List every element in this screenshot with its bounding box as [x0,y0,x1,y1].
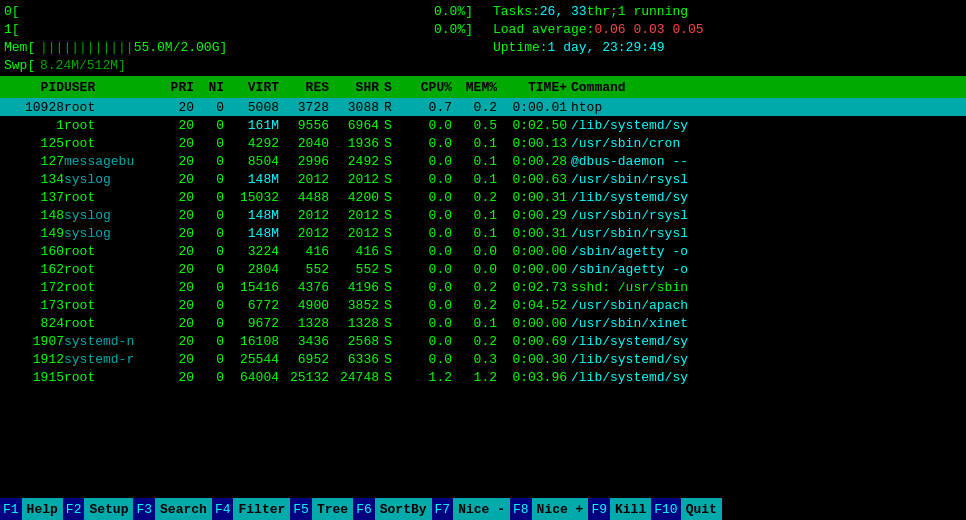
tasks-thr: thr; [587,4,618,19]
table-row[interactable]: 125 root 20 0 4292 2040 1936 S 0.0 0.1 0… [0,134,966,152]
proc-time: 0:04.52 [497,298,567,313]
footer: F1 Help F2 Setup F3 Search F4 Filter F5 … [0,498,966,520]
header-mem: MEM% [452,80,497,95]
table-row[interactable]: 10928 root 20 0 5008 3728 3088 R 0.7 0.2… [0,98,966,116]
proc-ni: 0 [194,100,224,115]
table-row[interactable]: 134 syslog 20 0 148M 2012 2012 S 0.0 0.1… [0,170,966,188]
table-row[interactable]: 137 root 20 0 15032 4488 4200 S 0.0 0.2 … [0,188,966,206]
fkey-label: SortBy [375,498,432,520]
swp-value: 8.24M/512M] [40,58,126,73]
proc-cpu: 1.2 [397,370,452,385]
proc-cmd: htop [567,100,962,115]
fkey-f1[interactable]: F1 Help [0,498,63,520]
proc-shr: 2012 [329,172,379,187]
proc-res: 416 [279,244,329,259]
table-row[interactable]: 149 syslog 20 0 148M 2012 2012 S 0.0 0.1… [0,224,966,242]
fkey-f3[interactable]: F3 Search [133,498,211,520]
fkey-f6[interactable]: F6 SortBy [353,498,431,520]
proc-user: syslog [64,172,154,187]
fkey-num: F8 [510,498,532,520]
proc-user: root [64,244,154,259]
proc-pri: 20 [154,208,194,223]
proc-shr: 4200 [329,190,379,205]
proc-shr: 2568 [329,334,379,349]
proc-virt: 25544 [224,352,279,367]
table-row[interactable]: 148 syslog 20 0 148M 2012 2012 S 0.0 0.1… [0,206,966,224]
proc-res: 552 [279,262,329,277]
table-row[interactable]: 1 root 20 0 161M 9556 6964 S 0.0 0.5 0:0… [0,116,966,134]
uptime-line: Uptime: 1 day, 23:29:49 [493,38,962,56]
stats-section: Tasks: 26, 33 thr; 1 running Load averag… [473,2,962,74]
proc-virt: 15032 [224,190,279,205]
table-row[interactable]: 173 root 20 0 6772 4900 3852 S 0.0 0.2 0… [0,296,966,314]
fkey-f4[interactable]: F4 Filter [212,498,290,520]
fkey-f8[interactable]: F8 Nice + [510,498,588,520]
fkey-label: Setup [84,498,133,520]
proc-time: 0:00.30 [497,352,567,367]
table-row[interactable]: 1915 root 20 0 64004 25132 24748 S 1.2 1… [0,368,966,386]
proc-time: 0:02.73 [497,280,567,295]
proc-ni: 0 [194,226,224,241]
proc-s: S [379,244,397,259]
header-ni: NI [194,80,224,95]
proc-virt: 6772 [224,298,279,313]
proc-shr: 4196 [329,280,379,295]
fkey-f9[interactable]: F9 Kill [588,498,651,520]
proc-cmd: @dbus-daemon -- [567,154,962,169]
proc-shr: 3088 [329,100,379,115]
cpu-mem-section: 0[ 0.0%] 1[ 0.0%] Mem[ |||||||||||| 55.0… [4,2,473,74]
proc-res: 2012 [279,226,329,241]
proc-s: S [379,370,397,385]
fkey-label: Nice - [453,498,510,520]
mem-bars: |||||||||||| [40,40,134,55]
proc-mem: 0.2 [452,298,497,313]
proc-time: 0:03.96 [497,370,567,385]
proc-pid: 125 [4,136,64,151]
proc-pid: 162 [4,262,64,277]
table-row[interactable]: 127 messagebu 20 0 8504 2996 2492 S 0.0 … [0,152,966,170]
proc-virt: 148M [224,208,279,223]
proc-s: S [379,208,397,223]
table-row[interactable]: 1907 systemd-n 20 0 16108 3436 2568 S 0.… [0,332,966,350]
proc-mem: 0.1 [452,172,497,187]
proc-cpu: 0.0 [397,298,452,313]
fkey-f2[interactable]: F2 Setup [63,498,134,520]
tasks-label: Tasks: [493,4,540,19]
proc-pri: 20 [154,154,194,169]
proc-ni: 0 [194,244,224,259]
table-row[interactable]: 172 root 20 0 15416 4376 4196 S 0.0 0.2 … [0,278,966,296]
proc-cmd: /lib/systemd/sy [567,334,962,349]
proc-cpu: 0.0 [397,154,452,169]
fkey-f5[interactable]: F5 Tree [290,498,353,520]
proc-pid: 148 [4,208,64,223]
proc-mem: 0.0 [452,262,497,277]
proc-mem: 0.2 [452,190,497,205]
proc-user: messagebu [64,154,154,169]
proc-time: 0:00.13 [497,136,567,151]
fkey-num: F3 [133,498,155,520]
header-pid: PID [4,80,64,95]
fkey-f10[interactable]: F10 Quit [651,498,722,520]
fkey-f7[interactable]: F7 Nice - [432,498,510,520]
proc-time: 0:00.69 [497,334,567,349]
table-row[interactable]: 1912 systemd-r 20 0 25544 6952 6336 S 0.… [0,350,966,368]
proc-shr: 6964 [329,118,379,133]
proc-res: 2996 [279,154,329,169]
proc-user: root [64,100,154,115]
swp-label: Swp[ [4,58,40,73]
proc-res: 2040 [279,136,329,151]
load-label: Load average: [493,22,594,37]
proc-cmd: /usr/sbin/cron [567,136,962,151]
proc-ni: 0 [194,352,224,367]
proc-ni: 0 [194,172,224,187]
proc-s: S [379,316,397,331]
proc-shr: 2492 [329,154,379,169]
table-row[interactable]: 824 root 20 0 9672 1328 1328 S 0.0 0.1 0… [0,314,966,332]
proc-mem: 0.0 [452,244,497,259]
proc-ni: 0 [194,190,224,205]
proc-s: S [379,298,397,313]
table-row[interactable]: 160 root 20 0 3224 416 416 S 0.0 0.0 0:0… [0,242,966,260]
proc-mem: 1.2 [452,370,497,385]
swp-line: Swp[ 8.24M/512M] [4,56,473,74]
table-row[interactable]: 162 root 20 0 2804 552 552 S 0.0 0.0 0:0… [0,260,966,278]
